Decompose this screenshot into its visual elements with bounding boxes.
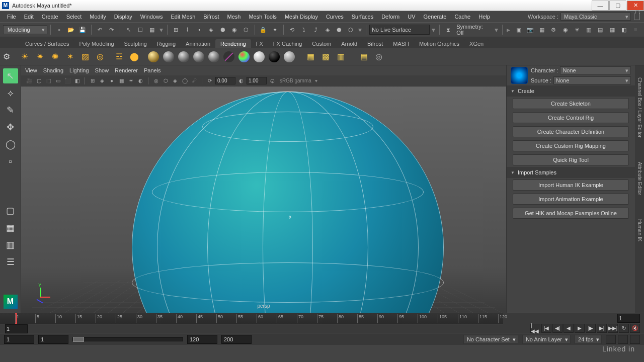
construct2-icon[interactable]: ⬡ xyxy=(346,24,356,35)
shelf-options-icon[interactable]: ⚙ xyxy=(3,52,10,61)
source-dropdown[interactable]: None xyxy=(553,76,631,84)
hypershade-icon[interactable]: ◉ xyxy=(560,24,571,35)
ramp-shader-icon[interactable] xyxy=(222,50,235,63)
render-globals-icon[interactable]: ⬤ xyxy=(128,50,141,63)
editor-icon[interactable]: ☲ xyxy=(113,50,126,63)
select-by-object-icon[interactable]: ☐ xyxy=(135,24,146,35)
shelf-tab-xgen[interactable]: XGen xyxy=(464,39,489,48)
go-prev-key-button[interactable]: |◀ xyxy=(541,324,551,333)
menu-windows[interactable]: Windows xyxy=(136,11,167,22)
import-animation-button[interactable]: Import Animation Example xyxy=(513,194,629,205)
undo-icon[interactable]: ↶ xyxy=(95,24,105,35)
shelf-tab-sculpting[interactable]: Sculpting xyxy=(119,39,152,48)
panel-layout3-icon[interactable]: ▦ xyxy=(607,24,617,35)
graph-icon[interactable]: ◈ xyxy=(322,24,333,35)
volume-light-icon[interactable]: ◎ xyxy=(94,50,107,63)
vp-menu-renderer[interactable]: Renderer xyxy=(115,67,138,73)
shelf-tab-poly[interactable]: Poly Modeling xyxy=(74,39,119,48)
loop-button[interactable]: ↻ xyxy=(619,324,629,333)
single-pane-layout[interactable]: ▢ xyxy=(3,203,18,218)
paint-select-tool[interactable]: ✎ xyxy=(3,103,18,118)
vp-gamma-icon[interactable]: ◐ xyxy=(237,77,245,85)
side-tab-channel-box[interactable]: Channel Box / Layer Editor xyxy=(637,75,642,140)
vp-shadows-icon[interactable]: ◐ xyxy=(136,77,144,85)
side-tab-attribute-editor[interactable]: Attribute Editor xyxy=(637,160,642,197)
menu-file[interactable]: File xyxy=(3,11,20,22)
quick-rig-tool-button[interactable]: Quick Rig Tool xyxy=(513,154,629,165)
vp-isolate-icon[interactable]: ◎ xyxy=(152,77,160,85)
vp-gamma-field[interactable] xyxy=(247,77,267,84)
shelf-tab-animation[interactable]: Animation xyxy=(181,39,215,48)
create-control-rig-button[interactable]: Create Control Rig xyxy=(513,112,629,123)
vp-xray-icon[interactable]: ⬡ xyxy=(162,77,170,85)
close-button[interactable]: ✕ xyxy=(627,1,644,11)
select-tool[interactable]: ↖ xyxy=(3,68,18,83)
target-icon[interactable]: ◎ xyxy=(372,50,385,63)
go-start-button[interactable]: |◀◀ xyxy=(530,324,540,333)
move-tool[interactable]: ✥ xyxy=(3,120,18,135)
menu-mesh-display[interactable]: Mesh Display xyxy=(281,11,322,22)
side-tab-human-ik[interactable]: Human IK xyxy=(637,217,642,243)
menu-display[interactable]: Display xyxy=(110,11,136,22)
batchrender3-icon[interactable]: ▥ xyxy=(334,50,347,63)
shelf-tab-fxcaching[interactable]: FX Caching xyxy=(268,39,307,48)
minimize-button[interactable]: — xyxy=(592,1,609,11)
shelf-tab-curves[interactable]: Curves / Surfaces xyxy=(20,39,74,48)
menu-help[interactable]: Help xyxy=(474,11,494,22)
rotate-tool[interactable]: ◯ xyxy=(3,137,18,152)
create-character-definition-button[interactable]: Create Character Definition xyxy=(513,126,629,137)
menu-cache[interactable]: Cache xyxy=(450,11,474,22)
end-frame-display[interactable] xyxy=(617,314,640,323)
get-hik-online-button[interactable]: Get HIK and Mocap Examples Online xyxy=(513,208,629,219)
menu-select[interactable]: Select xyxy=(62,11,86,22)
vp-menu-shading[interactable]: Shading xyxy=(43,67,63,73)
save-scene-icon[interactable]: 💾 xyxy=(77,24,88,35)
vp-menu-view[interactable]: View xyxy=(25,67,37,73)
current-frame-field[interactable] xyxy=(5,324,28,333)
shelf-tab-rendering[interactable]: Rendering xyxy=(215,39,251,48)
vp-exposure-field[interactable] xyxy=(215,77,235,84)
vp-resolution-icon[interactable]: ⬛ xyxy=(63,77,71,85)
vp-menu-lighting[interactable]: Lighting xyxy=(69,67,89,73)
workspace-dropdown[interactable]: Maya Classic xyxy=(560,13,631,21)
redo-icon[interactable]: ↷ xyxy=(106,24,117,35)
vp-smooth-icon[interactable]: ◯ xyxy=(181,77,189,85)
character-set-dropdown[interactable]: No Character Set xyxy=(463,335,518,344)
snap-curve-icon[interactable]: ⌇ xyxy=(182,24,193,35)
auto-key-button[interactable] xyxy=(606,335,616,344)
vp-bookmark-icon[interactable]: ▢ xyxy=(35,77,43,85)
panel-layout4-icon[interactable]: ◧ xyxy=(618,24,629,35)
phonge-material-icon[interactable] xyxy=(192,50,205,63)
create-skeleton-button[interactable]: Create Skeleton xyxy=(513,98,629,109)
outliner-layout[interactable]: ☰ xyxy=(3,254,18,269)
vp-xray2-icon[interactable]: ◈ xyxy=(171,77,179,85)
toolbar-scroll-right[interactable]: ▸ xyxy=(506,26,511,34)
lasso-tool[interactable]: ⟡ xyxy=(3,85,18,101)
snap-view-icon[interactable]: ◉ xyxy=(229,24,239,35)
go-next-key-button[interactable]: ▶| xyxy=(597,324,607,333)
area-light-icon[interactable]: ▨ xyxy=(78,50,92,63)
menu-modify[interactable]: Modify xyxy=(86,11,110,22)
live-surface-field[interactable] xyxy=(369,25,430,35)
play-forward-button[interactable]: ▶ xyxy=(575,324,585,333)
render-view-icon[interactable]: ▣ xyxy=(513,24,524,35)
vp-motion-icon[interactable]: ☄ xyxy=(190,77,198,85)
ambient-light-icon[interactable]: ☀ xyxy=(18,50,31,63)
anim-layer-dropdown[interactable]: No Anim Layer xyxy=(522,335,571,344)
layers-icon[interactable]: ≡ xyxy=(630,24,641,35)
character-dropdown[interactable]: None xyxy=(560,66,631,74)
menu-mesh-tools[interactable]: Mesh Tools xyxy=(245,11,280,22)
scale-tool[interactable]: ▫ xyxy=(3,154,18,169)
highlight-icon[interactable]: ✦ xyxy=(270,24,280,35)
playback-end-field[interactable] xyxy=(187,335,217,344)
sphere-object[interactable] xyxy=(132,92,444,313)
create-section[interactable]: Create xyxy=(507,85,635,97)
shelf-tab-bifrost[interactable]: Bifrost xyxy=(362,39,388,48)
make-live-icon[interactable]: ⬡ xyxy=(241,24,252,35)
vp-wireframe-icon[interactable]: ◈ xyxy=(98,77,106,85)
range-slider[interactable] xyxy=(72,337,183,341)
menu-create[interactable]: Create xyxy=(38,11,62,22)
shelf-tab-fx[interactable]: FX xyxy=(251,39,268,48)
shelf-tab-rigging[interactable]: Rigging xyxy=(152,39,181,48)
select-by-component-icon[interactable]: ▦ xyxy=(147,24,157,35)
